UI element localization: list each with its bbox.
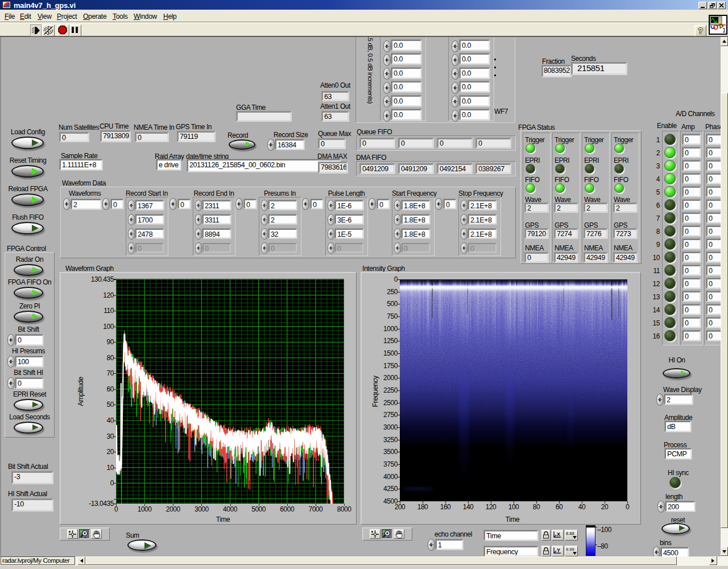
svg-text:1: 1 <box>722 27 726 34</box>
svg-text:Y: Y <box>557 547 560 553</box>
svg-text:X: X <box>557 531 560 537</box>
